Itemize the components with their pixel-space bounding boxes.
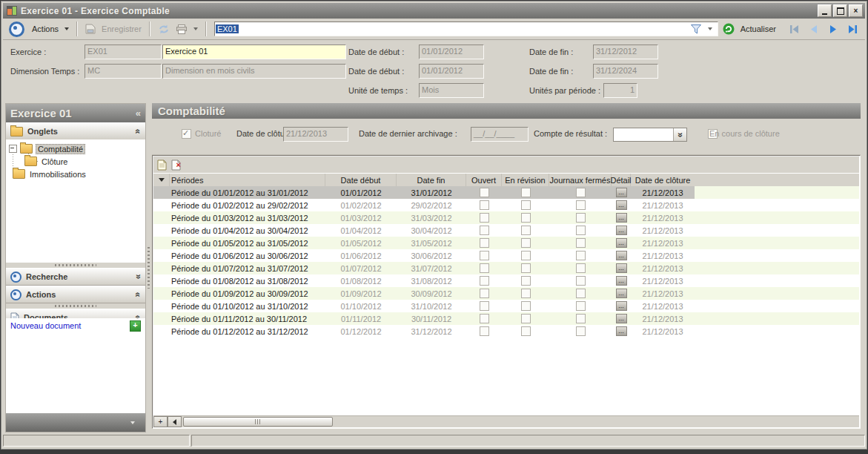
table-row[interactable]: Période du 01/05/2012 au 31/05/201201/05… [153, 237, 859, 249]
add-row-button[interactable]: + [153, 416, 168, 427]
filter-dropdown-icon[interactable] [708, 27, 712, 30]
en-revision-checkbox[interactable] [521, 238, 531, 248]
table-row[interactable]: Période du 01/11/2012 au 30/11/201201/11… [153, 312, 859, 325]
table-row[interactable]: Période du 01/10/2012 au 31/10/201201/10… [153, 300, 859, 312]
detail-button[interactable]: ... [616, 213, 627, 223]
new-record-icon[interactable] [157, 159, 167, 171]
ouvert-checkbox[interactable] [480, 276, 489, 286]
journaux-fermes-checkbox[interactable] [576, 251, 586, 260]
nav-previous-icon[interactable] [808, 24, 820, 34]
en-revision-checkbox[interactable] [521, 226, 531, 235]
table-row[interactable]: Période du 01/09/2012 au 30/09/201201/09… [153, 287, 859, 300]
sidebar-footer-dropdown-icon[interactable] [130, 421, 135, 424]
ouvert-checkbox[interactable] [480, 326, 489, 336]
detail-button[interactable]: ... [616, 289, 627, 298]
journaux-fermes-checkbox[interactable] [576, 188, 586, 197]
en-revision-checkbox[interactable] [521, 200, 531, 210]
en-revision-checkbox[interactable] [521, 301, 531, 311]
maximize-button[interactable] [833, 4, 847, 17]
table-row[interactable]: Période du 01/07/2012 au 31/07/201201/07… [153, 262, 859, 274]
exercice-name-field[interactable]: Exercice 01 [162, 45, 346, 59]
splitter-grip[interactable] [6, 303, 145, 309]
search-input[interactable]: EX01 [214, 22, 718, 36]
ouvert-checkbox[interactable] [480, 238, 489, 248]
en-revision-checkbox[interactable] [521, 251, 531, 260]
column-periodes[interactable]: Périodes [170, 174, 325, 186]
horizontal-scrollbar-thumb[interactable] [183, 417, 333, 427]
journaux-fermes-checkbox[interactable] [576, 276, 586, 286]
detail-button[interactable]: ... [616, 251, 627, 260]
minimize-button[interactable] [818, 4, 832, 17]
detail-button[interactable]: ... [616, 301, 627, 311]
ouvert-checkbox[interactable] [480, 200, 489, 210]
close-button[interactable]: × [849, 4, 863, 17]
print-dropdown-icon[interactable] [193, 27, 198, 30]
en-revision-checkbox[interactable] [521, 263, 531, 273]
journaux-fermes-checkbox[interactable] [576, 326, 586, 336]
journaux-fermes-checkbox[interactable] [576, 314, 586, 323]
tree-item-immobilisations[interactable]: Immobilisations [13, 168, 87, 180]
en-revision-checkbox[interactable] [521, 314, 531, 323]
table-row[interactable]: Période du 01/03/2012 au 31/03/201201/03… [153, 211, 859, 224]
new-document-link[interactable]: Nouveau document [10, 321, 81, 330]
nav-last-icon[interactable] [847, 24, 859, 34]
nav-next-icon[interactable] [827, 24, 839, 34]
vertical-splitter[interactable] [145, 103, 151, 432]
column-date-cloture[interactable]: Date de clôture [631, 174, 695, 186]
journaux-fermes-checkbox[interactable] [576, 289, 586, 298]
filter-icon[interactable] [690, 24, 702, 34]
column-date-fin[interactable]: Date fin [397, 174, 466, 186]
column-journaux-fermes[interactable]: Journaux fermés [549, 174, 612, 186]
cloture-checkbox[interactable] [182, 129, 191, 139]
column-date-debut[interactable]: Date début [325, 174, 397, 186]
scroll-left-button[interactable] [168, 416, 182, 427]
tree-item-cl-ture[interactable]: Clôture [24, 155, 69, 168]
chevron-down-icon[interactable] [136, 273, 141, 280]
table-row[interactable]: Période du 01/06/2012 au 30/06/201201/06… [153, 249, 859, 262]
column-en-revision[interactable]: En révision [502, 174, 549, 186]
table-row[interactable]: Période du 01/02/2012 au 29/02/201201/02… [153, 199, 859, 211]
refresh-button[interactable]: Actualiser [741, 24, 776, 33]
chevron-up-icon[interactable] [136, 291, 141, 298]
journaux-fermes-checkbox[interactable] [576, 263, 586, 273]
ouvert-checkbox[interactable] [480, 213, 489, 223]
ouvert-checkbox[interactable] [480, 251, 489, 260]
detail-button[interactable]: ... [616, 314, 627, 323]
detail-button[interactable]: ... [616, 263, 627, 273]
collapse-sidebar-icon[interactable] [136, 108, 141, 119]
refresh-icon[interactable] [158, 24, 170, 34]
table-row[interactable]: Période du 01/08/2012 au 31/08/201201/08… [153, 274, 859, 287]
table-row[interactable]: Période du 01/01/2012 au 31/01/201201/01… [153, 186, 859, 199]
chevron-up-icon[interactable] [136, 128, 141, 135]
grid-filter-cell[interactable] [153, 174, 170, 186]
nav-first-icon[interactable] [788, 24, 801, 34]
splitter-grip[interactable] [6, 263, 145, 268]
detail-button[interactable]: ... [616, 238, 627, 248]
en-revision-checkbox[interactable] [521, 326, 531, 336]
detail-button[interactable]: ... [616, 200, 627, 210]
journaux-fermes-checkbox[interactable] [576, 238, 586, 248]
journaux-fermes-checkbox[interactable] [576, 213, 586, 223]
sidebar-section-actions[interactable]: Actions [6, 286, 145, 303]
save-button[interactable]: Enregistrer [102, 24, 142, 33]
en-revision-checkbox[interactable] [521, 289, 531, 298]
table-row[interactable]: Période du 01/12/2012 au 31/12/201201/12… [153, 325, 859, 338]
print-icon[interactable] [176, 24, 188, 34]
column-detail[interactable]: Détail [612, 174, 631, 186]
en-revision-checkbox[interactable] [521, 188, 531, 197]
detail-button[interactable]: ... [616, 188, 627, 197]
refresh-green-icon[interactable] [723, 23, 735, 35]
compte-resultat-dropdown[interactable] [613, 128, 687, 142]
detail-button[interactable]: ... [616, 276, 627, 286]
tree-item-comptabilit-[interactable]: Comptabilité [6, 142, 85, 155]
detail-button[interactable]: ... [616, 326, 627, 336]
journaux-fermes-checkbox[interactable] [576, 200, 586, 210]
en-revision-checkbox[interactable] [521, 276, 531, 286]
sidebar-section-onglets[interactable]: Onglets [6, 122, 145, 140]
ouvert-checkbox[interactable] [480, 301, 489, 311]
dropdown-chevrons-icon[interactable] [673, 128, 686, 141]
column-ouvert[interactable]: Ouvert [466, 174, 502, 186]
detail-button[interactable]: ... [616, 226, 627, 235]
journaux-fermes-checkbox[interactable] [576, 301, 586, 311]
journaux-fermes-checkbox[interactable] [576, 226, 586, 235]
